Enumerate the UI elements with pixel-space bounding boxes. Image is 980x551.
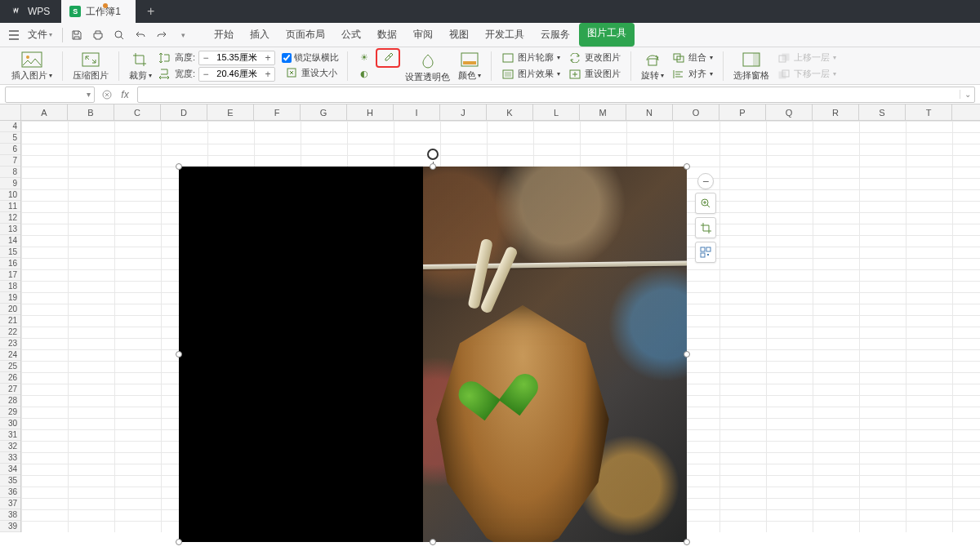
height-input[interactable] <box>212 51 261 64</box>
column-header[interactable]: S <box>859 104 906 120</box>
resize-handle-sw[interactable] <box>176 539 182 545</box>
decrement-button[interactable]: − <box>199 68 212 81</box>
row-header[interactable]: 10 <box>0 189 20 201</box>
fx-icon[interactable]: fx <box>118 87 132 102</box>
cells-area[interactable]: − <box>21 121 980 532</box>
tab-home[interactable]: 开始 <box>207 23 241 47</box>
row-header[interactable]: 9 <box>0 178 20 189</box>
qrcode-button[interactable] <box>695 242 716 263</box>
width-input[interactable] <box>212 68 261 81</box>
height-spinner[interactable]: − + <box>198 51 275 65</box>
rotate-handle[interactable] <box>427 149 439 160</box>
row-header[interactable]: 19 <box>0 292 20 304</box>
column-header[interactable]: E <box>207 104 254 120</box>
row-header[interactable]: 33 <box>0 452 20 464</box>
row-header[interactable]: 8 <box>0 167 20 178</box>
tab-formulas[interactable]: 公式 <box>334 23 368 47</box>
zoom-picture-button[interactable] <box>695 193 716 214</box>
row-header[interactable]: 31 <box>0 429 20 441</box>
row-header[interactable]: 4 <box>0 121 20 132</box>
resize-handle-se[interactable] <box>684 539 690 545</box>
column-header[interactable]: T <box>906 104 952 120</box>
row-header[interactable]: 26 <box>0 372 20 384</box>
column-header[interactable]: P <box>719 104 766 120</box>
column-header[interactable]: O <box>673 104 719 120</box>
crop-button[interactable]: 裁剪▾ <box>126 47 155 85</box>
increment-button[interactable]: + <box>261 68 274 81</box>
formula-input[interactable]: ⌄ <box>137 87 975 103</box>
row-header[interactable]: 13 <box>0 224 20 235</box>
row-header[interactable]: 20 <box>0 304 20 315</box>
save-button[interactable] <box>68 26 86 44</box>
column-header[interactable]: F <box>254 104 301 120</box>
color-button[interactable]: 颜色▾ <box>455 47 484 85</box>
decrement-button[interactable]: − <box>199 51 212 64</box>
cancel-formula-icon[interactable] <box>100 87 114 102</box>
tab-review[interactable]: 审阅 <box>406 23 440 47</box>
column-header[interactable]: B <box>68 104 114 120</box>
row-header[interactable]: 6 <box>0 144 20 155</box>
rotate-button[interactable]: 旋转▾ <box>638 47 667 85</box>
resize-handle-nw[interactable] <box>176 163 182 170</box>
tab-developer[interactable]: 开发工具 <box>478 23 532 47</box>
row-header[interactable]: 5 <box>0 132 20 144</box>
column-header[interactable]: G <box>301 104 347 120</box>
row-header[interactable]: 15 <box>0 247 20 258</box>
selection-pane-button[interactable]: 选择窗格 <box>730 47 773 85</box>
row-header[interactable]: 22 <box>0 327 20 338</box>
compress-picture-button[interactable]: 压缩图片 <box>69 47 112 85</box>
row-header[interactable]: 12 <box>0 212 20 224</box>
row-header[interactable]: 21 <box>0 315 20 327</box>
collapse-toolbar-button[interactable]: − <box>697 173 714 189</box>
crop-tool-button[interactable] <box>695 217 716 238</box>
resize-handle-ne[interactable] <box>684 163 690 170</box>
change-picture-button[interactable]: 更改图片 <box>565 51 624 65</box>
column-header[interactable]: Q <box>766 104 813 120</box>
row-header[interactable]: 23 <box>0 338 20 349</box>
column-header[interactable]: D <box>161 104 207 120</box>
column-header[interactable]: H <box>347 104 394 120</box>
picture-effects-button[interactable]: 图片效果▾ <box>498 67 564 82</box>
row-header[interactable]: 32 <box>0 441 20 452</box>
row-header[interactable]: 16 <box>0 258 20 269</box>
row-header[interactable]: 38 <box>0 509 20 521</box>
undo-button[interactable] <box>131 26 149 44</box>
increment-button[interactable]: + <box>261 51 274 64</box>
row-header[interactable]: 34 <box>0 464 20 475</box>
tab-data[interactable]: 数据 <box>370 23 404 47</box>
reset-picture-button[interactable]: 重设图片 <box>565 67 624 82</box>
column-header[interactable]: M <box>580 104 626 120</box>
print-preview-button[interactable] <box>110 26 128 44</box>
lock-aspect-ratio-checkbox[interactable]: 锁定纵横比 <box>282 51 341 64</box>
column-header[interactable]: L <box>533 104 580 120</box>
tab-view[interactable]: 视图 <box>442 23 476 47</box>
resize-handle-w[interactable] <box>176 351 182 358</box>
tab-picture-tools[interactable]: 图片工具 <box>579 23 635 47</box>
column-header[interactable]: N <box>626 104 673 120</box>
column-header[interactable]: I <box>394 104 440 120</box>
print-button[interactable] <box>89 26 107 44</box>
column-header[interactable]: A <box>21 104 68 120</box>
row-header[interactable]: 17 <box>0 269 20 281</box>
column-header[interactable]: C <box>114 104 161 120</box>
select-all-corner[interactable] <box>0 104 21 120</box>
row-header[interactable]: 28 <box>0 395 20 407</box>
reset-size-button[interactable]: 重设大小 <box>282 65 341 80</box>
qat-dropdown[interactable]: ▾ <box>174 26 192 44</box>
row-header[interactable]: 7 <box>0 155 20 167</box>
group-button[interactable]: 组合▾ <box>669 51 716 65</box>
inserted-picture[interactable]: − <box>179 167 687 542</box>
set-transparent-color-button[interactable]: 设置透明色 <box>402 47 453 85</box>
align-button[interactable]: 对齐▾ <box>669 67 716 82</box>
row-header[interactable]: 25 <box>0 361 20 372</box>
column-header[interactable]: R <box>813 104 859 120</box>
row-header[interactable]: 35 <box>0 475 20 487</box>
hamburger-icon[interactable] <box>5 26 23 44</box>
row-header[interactable]: 36 <box>0 487 20 498</box>
row-header[interactable]: 24 <box>0 349 20 361</box>
tab-cloud[interactable]: 云服务 <box>533 23 577 47</box>
brightness-button[interactable]: ☀ <box>354 51 374 65</box>
resize-handle-n[interactable] <box>430 163 436 170</box>
row-header[interactable]: 14 <box>0 235 20 247</box>
file-menu[interactable]: 文件 ▾ <box>23 28 57 42</box>
